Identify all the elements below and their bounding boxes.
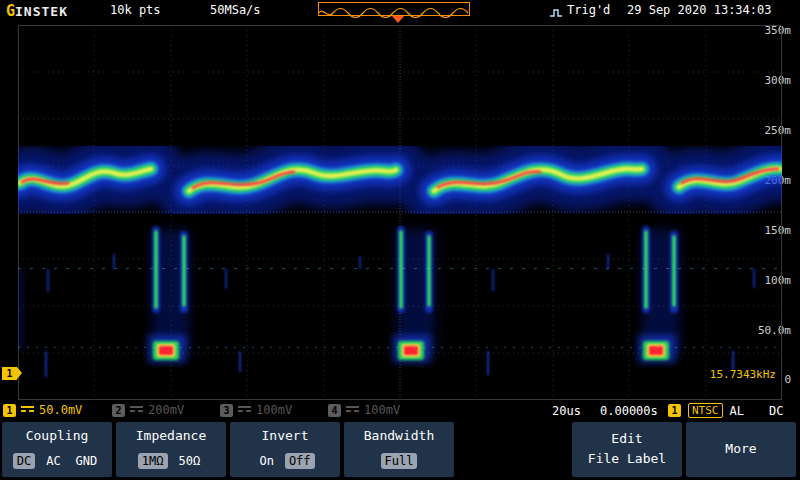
trigger-source-badge: 1: [668, 404, 681, 417]
sample-rate: 50MSa/s: [210, 3, 261, 17]
softkey-title: Impedance: [136, 429, 206, 443]
top-status-bar: GINSTEK 10k pts 50MSa/s Trig'd 29 Sep 20…: [0, 0, 800, 22]
dc-coupling-icon: [130, 406, 143, 415]
softkey-title: Edit: [611, 432, 642, 446]
trigger-line-mode: AL: [730, 404, 744, 418]
softkey-subtitle: File Label: [588, 452, 666, 466]
datetime: 29 Sep 2020 13:34:03: [627, 3, 772, 17]
trigger-waveform-icon: [549, 4, 563, 16]
option-ac: AC: [42, 453, 64, 469]
trigger-type-badge: NTSC: [688, 403, 723, 418]
acquisition-points: 10k pts: [110, 3, 161, 17]
softkey-title: Bandwidth: [364, 429, 434, 443]
channel2-status[interactable]: 2 200mV: [112, 403, 184, 417]
softkey-title: Invert: [262, 429, 309, 443]
channel-scale: 50.0mV: [39, 403, 82, 417]
trigger-coupling: DC: [769, 404, 783, 418]
dc-coupling-icon: [346, 406, 359, 415]
channel1-position-marker[interactable]: 1: [2, 367, 17, 380]
channel-number-badge: 1: [3, 404, 16, 417]
expansion-point-marker-icon: [392, 16, 404, 23]
logo-gw: G: [6, 2, 15, 20]
horizontal-position: 0.00000s: [600, 404, 658, 418]
softkey-more[interactable]: More: [686, 422, 796, 477]
waveform-display: [18, 25, 782, 400]
channel-scale: 100mV: [256, 403, 292, 417]
channel-number-badge: 3: [220, 404, 233, 417]
option-full: Full: [381, 453, 418, 469]
brand-logo: GINSTEK: [6, 1, 68, 20]
graticule: [18, 25, 782, 400]
logo-instek: INSTEK: [15, 4, 68, 19]
option-on: On: [255, 453, 277, 469]
timebase: 20us: [552, 404, 581, 418]
softkey-bandwidth[interactable]: Bandwidth Full: [344, 422, 454, 477]
channel-number-badge: 2: [112, 404, 125, 417]
bottom-status-bar: 1 50.0mV 2 200mV 3 100mV 4 100mV 20us 0.…: [0, 401, 800, 420]
trigger-status: Trig'd: [567, 3, 610, 17]
channel-scale: 100mV: [364, 403, 400, 417]
channel3-status[interactable]: 3 100mV: [220, 403, 292, 417]
dc-coupling-icon: [238, 406, 251, 415]
softkey-impedance[interactable]: Impedance 1MΩ 50Ω: [116, 422, 226, 477]
softkey-edit-file-label[interactable]: Edit File Label: [572, 422, 682, 477]
softkey-coupling[interactable]: Coupling DC AC GND: [2, 422, 112, 477]
oscilloscope-screen: GINSTEK 10k pts 50MSa/s Trig'd 29 Sep 20…: [0, 0, 800, 480]
dc-coupling-icon: [21, 406, 34, 415]
softkey-title: Coupling: [26, 429, 89, 443]
channel-number-badge: 4: [328, 404, 341, 417]
memory-position-bar[interactable]: [318, 2, 470, 16]
softkey-title: More: [725, 442, 756, 456]
option-off: Off: [285, 453, 315, 469]
trigger-frequency-counter: 15.7343kHz: [710, 368, 776, 381]
option-50ohm: 50Ω: [175, 453, 205, 469]
softkey-menu: Coupling DC AC GND Impedance 1MΩ 50Ω Inv…: [0, 421, 800, 480]
channel4-status[interactable]: 4 100mV: [328, 403, 400, 417]
option-1mohm: 1MΩ: [138, 453, 168, 469]
channel-scale: 200mV: [148, 403, 184, 417]
channel1-status[interactable]: 1 50.0mV: [3, 403, 82, 417]
trigger-settings-group: 1 NTSC AL DC: [668, 403, 783, 418]
softkey-invert[interactable]: Invert On Off: [230, 422, 340, 477]
option-gnd: GND: [72, 453, 102, 469]
option-dc: DC: [13, 453, 35, 469]
